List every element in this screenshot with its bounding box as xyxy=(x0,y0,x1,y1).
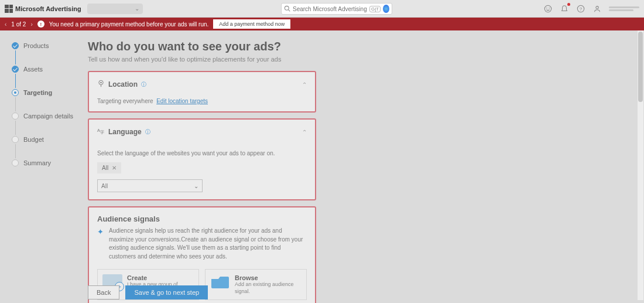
language-title: Language xyxy=(108,128,142,136)
step-campaign-details[interactable]: Campaign details xyxy=(12,113,88,120)
add-payment-button[interactable]: Add a payment method now xyxy=(213,19,290,29)
location-title: Location xyxy=(108,80,138,88)
language-chip: All ✕ xyxy=(97,162,121,173)
payment-alert-bar: ‹ 1 of 2 › ! You need a primary payment … xyxy=(0,18,644,30)
svg-point-9 xyxy=(100,82,101,83)
step-targeting[interactable]: Targeting xyxy=(12,89,88,96)
select-value: All xyxy=(101,183,108,189)
svg-point-7 xyxy=(596,6,598,8)
info-icon[interactable]: ⓘ xyxy=(141,81,146,88)
location-pin-icon xyxy=(97,79,105,90)
svg-point-0 xyxy=(285,6,289,10)
alert-badge-icon: ! xyxy=(37,21,44,28)
search-shortcut-badge: G|T xyxy=(369,6,381,12)
microsoft-logo-icon xyxy=(5,5,13,13)
wizard-steps: Products Assets Targeting Campaign detai… xyxy=(0,30,88,303)
svg-point-2 xyxy=(544,5,551,12)
help-icon[interactable]: ? xyxy=(576,4,585,13)
vertical-scrollbar[interactable] xyxy=(638,30,643,300)
svg-point-3 xyxy=(546,7,547,8)
collapse-icon[interactable]: ⌃ xyxy=(302,81,307,88)
search-icon xyxy=(284,4,290,14)
feedback-icon[interactable] xyxy=(543,4,553,13)
account-menu[interactable] xyxy=(609,6,639,11)
global-search[interactable]: G|T xyxy=(281,3,392,15)
step-summary[interactable]: Summary xyxy=(12,159,88,166)
chevron-down-icon: ⌄ xyxy=(194,183,198,189)
language-select[interactable]: All ⌄ xyxy=(97,179,203,192)
wizard-footer: Back Save & go to next step xyxy=(88,285,208,299)
svg-text:?: ? xyxy=(580,6,583,11)
alert-message: You need a primary payment method before… xyxy=(49,21,209,28)
audience-desc: Audience signals help us reach the right… xyxy=(109,227,307,261)
notifications-icon[interactable] xyxy=(560,4,569,13)
location-panel: Location ⓘ ⌃ Targeting everywhere Edit l… xyxy=(88,71,316,113)
alert-counter: 1 of 2 xyxy=(11,21,26,28)
copilot-icon[interactable] xyxy=(383,5,389,13)
tenant-selector[interactable]: ⌄ xyxy=(87,4,143,14)
browse-folder-icon xyxy=(210,274,230,290)
alert-next-icon[interactable]: › xyxy=(30,21,32,28)
header-actions: ? xyxy=(543,4,639,13)
save-next-button[interactable]: Save & go to next step xyxy=(125,285,208,299)
step-products[interactable]: Products xyxy=(12,42,88,49)
sparkle-icon xyxy=(97,227,105,236)
profile-icon[interactable] xyxy=(592,4,602,13)
search-input[interactable] xyxy=(293,6,367,12)
language-desc: Select the language of the websites you … xyxy=(97,150,307,156)
page-title: Who do you want to see your ads? xyxy=(88,40,628,53)
page-subtitle: Tell us how and when you'd like to optim… xyxy=(88,56,628,63)
app-header: Microsoft Advertising ⌄ G|T ? xyxy=(0,0,644,18)
svg-point-4 xyxy=(549,7,549,8)
audience-title: Audience signals xyxy=(97,215,307,223)
brand-area: Microsoft Advertising xyxy=(5,5,81,13)
browse-title: Browse xyxy=(235,274,302,281)
create-title: Create xyxy=(127,274,194,281)
back-button[interactable]: Back xyxy=(88,285,119,299)
chevron-down-icon: ⌄ xyxy=(135,5,139,12)
chip-remove-icon[interactable]: ✕ xyxy=(112,165,117,171)
language-icon: A字 xyxy=(97,127,105,137)
svg-line-1 xyxy=(289,10,290,12)
chip-label: All xyxy=(102,165,108,171)
svg-text:字: 字 xyxy=(100,130,104,134)
alert-prev-icon[interactable]: ‹ xyxy=(5,21,6,28)
language-panel: A字 Language ⓘ ⌃ Select the language of t… xyxy=(88,118,316,200)
collapse-icon[interactable]: ⌃ xyxy=(302,129,307,135)
location-status: Targeting everywhere xyxy=(97,98,153,104)
step-budget[interactable]: Budget xyxy=(12,136,88,143)
step-assets[interactable]: Assets xyxy=(12,66,88,73)
audience-browse-card[interactable]: Browse Add an existing audience signal. xyxy=(205,269,307,300)
browse-sub: Add an existing audience signal. xyxy=(235,281,302,295)
edit-location-link[interactable]: Edit location targets xyxy=(156,98,208,104)
info-icon[interactable]: ⓘ xyxy=(145,128,150,136)
main-content: Who do you want to see your ads? Tell us… xyxy=(88,30,644,303)
brand-text: Microsoft Advertising xyxy=(15,5,81,12)
